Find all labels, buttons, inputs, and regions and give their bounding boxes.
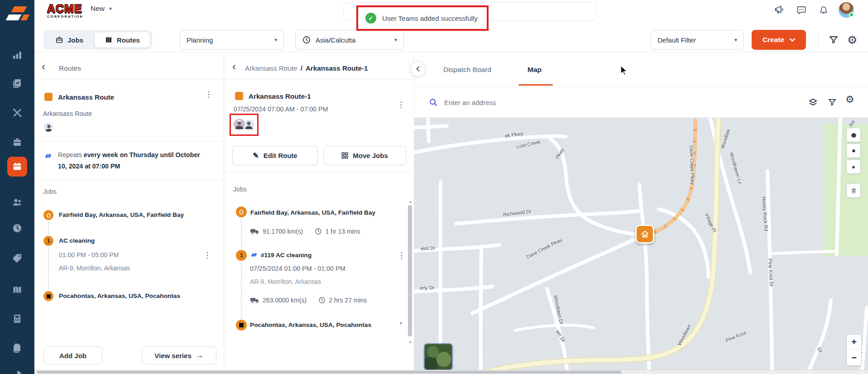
job-kebab-menu-icon[interactable]: ⋮: [398, 252, 405, 259]
street-label: Pine Knot: [725, 330, 747, 343]
planning-select[interactable]: Planning ▾: [180, 30, 284, 50]
street-label: Woodlaw: [719, 128, 731, 149]
chevron-down-icon[interactable]: ▾: [400, 321, 402, 326]
job-schedule: 07/25/2024 01:00 PM - 01:00 PM: [250, 265, 345, 272]
leg-duration: 1 hr 13 mins: [325, 228, 360, 235]
tab-routes[interactable]: Routes: [94, 32, 150, 48]
street-label: Richwood Dr: [503, 208, 532, 217]
app-sidebar: [0, 0, 34, 374]
sidebar-item-tags[interactable]: [12, 253, 23, 264]
sidebar-item-scheduling[interactable]: [7, 157, 27, 177]
dispatch-map-panel: Dispatch Board Map ⚙: [414, 52, 868, 374]
square-glyph: ■: [852, 148, 855, 153]
move-jobs-button[interactable]: Move Jobs: [323, 146, 406, 165]
stop-title[interactable]: Pocahontas, Arkansas, USA, Pocahontas: [59, 292, 180, 299]
street-label: elot Dr: [421, 245, 436, 251]
sidebar-item-documents[interactable]: [12, 342, 23, 353]
stop-title[interactable]: Pocahontas, Arkansas, USA, Pocahontas: [250, 321, 371, 328]
timezone-select-value: Asia/Calcutta: [316, 36, 390, 44]
sidebar-item-jobs[interactable]: [12, 137, 23, 148]
route-kebab-menu-icon[interactable]: ⋮: [205, 91, 212, 98]
announcements-icon[interactable]: [773, 4, 786, 16]
timezone-select[interactable]: Asia/Calcutta ▾: [295, 30, 404, 50]
filter-select[interactable]: Default Filter ▾: [651, 30, 744, 50]
job-address: AR-9, Morrilton, Arkansas: [59, 265, 130, 272]
sidebar-item-map[interactable]: [12, 284, 23, 295]
new-menu-label: New: [91, 5, 105, 13]
planning-select-value: Planning: [187, 36, 270, 44]
divider: [34, 179, 224, 180]
street-label: ek Pkwy: [504, 130, 523, 139]
sidebar-item-analytics[interactable]: [12, 50, 23, 61]
sidebar-item-services[interactable]: [12, 107, 23, 118]
map-layers-icon[interactable]: [808, 97, 818, 108]
view-series-button[interactable]: View series →: [142, 346, 216, 364]
notifications-bell-icon[interactable]: [818, 4, 830, 16]
search-icon: [428, 97, 438, 107]
job-title[interactable]: AC cleaning: [59, 237, 95, 244]
tab-map[interactable]: Map: [528, 66, 542, 74]
brand-name: ACME: [47, 3, 83, 14]
home-icon: [640, 230, 650, 239]
route-kebab-menu-icon[interactable]: ⋮: [397, 101, 405, 109]
stop-title[interactable]: Fairfield Bay, Arkansas, USA, Fairfield …: [59, 211, 184, 218]
horizontal-scrollbar-thumb[interactable]: [37, 371, 621, 374]
app-logo[interactable]: [5, 4, 29, 24]
new-menu[interactable]: New ▾: [91, 5, 112, 13]
zoom-in-button[interactable]: +: [847, 335, 861, 350]
assignee-avatar: [43, 122, 53, 132]
street-label: Woodlawn Dr: [553, 295, 564, 325]
satellite-view-toggle[interactable]: [424, 343, 453, 370]
tab-jobs[interactable]: Jobs: [45, 32, 93, 48]
create-button[interactable]: Create: [752, 30, 806, 50]
collapse-panel-button[interactable]: [410, 61, 426, 77]
delete-shape-tool[interactable]: [846, 183, 861, 198]
move-jobs-label: Move Jobs: [353, 152, 388, 159]
zoom-out-button[interactable]: −: [847, 350, 861, 365]
sidebar-item-teams[interactable]: [12, 197, 23, 208]
route-name: Arkansass Route-1: [249, 92, 311, 100]
sidebar-item-invoices[interactable]: [12, 313, 23, 324]
horizontal-scrollbar[interactable]: [34, 370, 868, 374]
trash-icon: [850, 187, 857, 194]
sidebar-item-tasks[interactable]: [12, 78, 23, 89]
job-address: AR-9, Morrilton, Arkansas: [250, 278, 321, 285]
filter-funnel-icon[interactable]: [828, 34, 839, 45]
add-job-button[interactable]: Add Job: [43, 346, 102, 364]
address-search-input[interactable]: [444, 95, 761, 110]
scroll-up-arrow[interactable]: ▲: [408, 199, 412, 204]
logo-shape: [21, 14, 30, 20]
route-name[interactable]: Arkansass Route: [58, 93, 114, 101]
route-stop-marker[interactable]: [635, 225, 654, 244]
leg-distance: 263.0000 km(s): [263, 297, 307, 304]
jobs-heading: Jobs: [233, 186, 247, 193]
edit-route-button[interactable]: ✎ Edit Route: [232, 146, 318, 165]
route-color-swatch: [44, 93, 53, 101]
draw-rectangle-tool[interactable]: ■: [846, 144, 861, 158]
draw-polygon-tool[interactable]: [846, 128, 861, 142]
job-kebab-menu-icon[interactable]: ⋮: [203, 251, 211, 259]
scroll-down-arrow[interactable]: ▼: [408, 340, 412, 345]
routes-list-panel: ‹ Routes Arkansass Route ⋮ Arkansass Rou…: [34, 52, 224, 374]
settings-gear-icon[interactable]: ⚙: [847, 31, 857, 48]
chat-icon[interactable]: [796, 4, 807, 16]
connector: [241, 219, 242, 248]
draw-circle-tool[interactable]: ●: [846, 159, 861, 174]
repeat-icon: [44, 153, 52, 159]
sidebar-item-timesheets[interactable]: [12, 223, 23, 234]
back-chevron-icon[interactable]: ‹: [42, 63, 45, 70]
stop-title[interactable]: Fairfield Bay, Arkansas, USA, Fairfield …: [250, 209, 375, 216]
job-title[interactable]: #119 AC cleaning: [261, 252, 312, 259]
map-filter-funnel-icon[interactable]: [827, 97, 837, 107]
sidebar-item-reports[interactable]: [12, 369, 23, 374]
tab-dispatch-board[interactable]: Dispatch Board: [443, 66, 491, 74]
job-number-badge: 1: [236, 250, 247, 261]
job-time: 01:00 PM - 05:00 PM: [59, 251, 119, 259]
map-settings-gear-icon[interactable]: ⚙: [845, 94, 854, 105]
annotation-box: [230, 114, 259, 136]
vertical-scrollbar[interactable]: [408, 205, 412, 336]
back-chevron-icon[interactable]: ‹: [232, 63, 236, 70]
edit-route-label: Edit Route: [264, 152, 297, 159]
breadcrumb-parent[interactable]: Arkansass Route: [245, 64, 297, 72]
map-canvas[interactable]: ek PkwyLost CreekPkwyDave Creek PkwyWood…: [414, 118, 868, 374]
